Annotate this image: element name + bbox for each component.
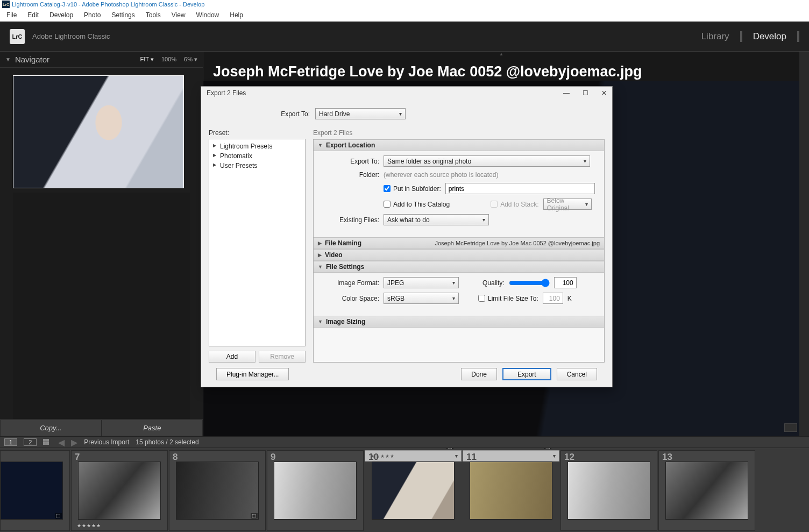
- menu-help[interactable]: Help: [225, 10, 247, 20]
- preset-list[interactable]: Lightroom Presets Photomatix User Preset…: [209, 139, 306, 346]
- chevron-down-icon: ▼: [318, 143, 323, 148]
- navigator-title: Navigator: [15, 55, 49, 64]
- limit-filesize-checkbox[interactable]: Limit File Size To:: [478, 295, 538, 302]
- chevron-right-icon: ▶: [318, 252, 322, 258]
- section-file-naming[interactable]: ▶File NamingJoseph McFetridge Love by Jo…: [314, 237, 604, 249]
- menu-file[interactable]: File: [2, 10, 21, 20]
- section-file-settings[interactable]: ▼File Settings: [314, 261, 604, 273]
- grid-view-icon[interactable]: [43, 439, 52, 445]
- module-develop[interactable]: Develop: [752, 29, 787, 44]
- export-to-label: Export To:: [279, 110, 310, 118]
- panel-expand-icon[interactable]: ▲: [491, 52, 512, 57]
- preset-remove-button: Remove: [259, 351, 306, 363]
- thumb-badge-icon: ⬚: [55, 513, 62, 519]
- minimize-icon[interactable]: —: [563, 89, 570, 97]
- window-title: Lightroom Catalog-3-v10 - Adobe Photosho…: [12, 1, 204, 8]
- quality-input[interactable]: [554, 277, 577, 288]
- menu-window[interactable]: Window: [192, 10, 224, 20]
- thumb-index: 13: [662, 452, 672, 463]
- format-label: Image Format:: [320, 279, 379, 287]
- preset-item[interactable]: User Presets: [210, 161, 304, 171]
- export-to-select[interactable]: Hard Drive: [315, 108, 406, 119]
- menu-edit[interactable]: Edit: [23, 10, 43, 20]
- export-dialog: Export 2 Files — ☐ ✕ Export To: Hard Dri…: [201, 86, 613, 387]
- right-label: Export 2 Files: [313, 129, 605, 137]
- thumbnail[interactable]: 7★★★★★: [71, 450, 168, 531]
- subfolder-checkbox[interactable]: Put in Subfolder:: [384, 185, 441, 193]
- filmstrip[interactable]: ⬚ 7★★★★★ 8⬚ 9 10★★★★★⬚ 11⬚ 12 13: [0, 448, 809, 532]
- export-button[interactable]: Export: [502, 368, 551, 380]
- section-export-location[interactable]: ▼Export Location: [314, 139, 604, 151]
- subfolder-input[interactable]: [445, 183, 595, 194]
- quality-slider[interactable]: [509, 279, 550, 287]
- app-icon: LrC: [2, 1, 10, 8]
- paste-button[interactable]: Paste: [102, 420, 203, 436]
- primary-display-button[interactable]: 1: [4, 438, 17, 446]
- existing-files-select[interactable]: Ask what to do: [384, 214, 489, 225]
- menu-photo[interactable]: Photo: [80, 10, 105, 20]
- maximize-icon[interactable]: ☐: [583, 89, 588, 97]
- nav-forward-icon[interactable]: ▶: [71, 437, 77, 448]
- colorspace-label: Color Space:: [320, 295, 379, 302]
- preset-item[interactable]: Photomatix: [210, 151, 304, 161]
- colorspace-select[interactable]: sRGB: [384, 293, 459, 304]
- thumbnail-image: [176, 462, 259, 520]
- thumbnail-selected[interactable]: 10★★★★★⬚: [365, 450, 462, 462]
- add-stack-checkbox: Add to Stack:: [491, 201, 538, 208]
- thumbnail[interactable]: 12: [560, 450, 657, 531]
- menu-tools[interactable]: Tools: [141, 10, 165, 20]
- section-image-sizing[interactable]: ▼Image Sizing: [314, 316, 604, 328]
- preset-item[interactable]: Lightroom Presets: [210, 141, 304, 151]
- thumbnail[interactable]: 8⬚: [169, 450, 266, 531]
- navigator-collapse-icon[interactable]: ▼: [5, 56, 11, 62]
- photo-count: 15 photos / 2 selected: [136, 438, 198, 446]
- preset-add-button[interactable]: Add: [209, 351, 256, 363]
- source-label[interactable]: Previous Import: [84, 438, 129, 446]
- thumbnail[interactable]: 13: [658, 450, 755, 531]
- navigator-preview[interactable]: [13, 75, 184, 188]
- loc-export-to-label: Export To:: [320, 158, 379, 165]
- chevron-right-icon: ▶: [318, 240, 322, 246]
- zoom-100[interactable]: 100%: [161, 56, 176, 63]
- rating-stars: ★★★★★: [77, 523, 101, 528]
- thumb-index: 11: [466, 452, 477, 463]
- done-button[interactable]: Done: [461, 368, 497, 380]
- zoom-6[interactable]: 6% ▾: [184, 56, 197, 63]
- sort-dropdown[interactable]: [784, 423, 797, 432]
- thumb-badge-icon: ⬚: [544, 448, 551, 449]
- thumb-index: 12: [564, 452, 574, 463]
- plugin-manager-button[interactable]: Plug-in Manager...: [216, 368, 289, 380]
- thumb-badge-icon: ⬚: [251, 513, 258, 519]
- menu-develop[interactable]: Develop: [45, 10, 77, 20]
- thumbnail[interactable]: 9: [267, 450, 364, 531]
- menu-settings[interactable]: Settings: [107, 10, 139, 20]
- chevron-down-icon: ▼: [318, 319, 323, 324]
- loc-export-to-select[interactable]: Same folder as original photo: [384, 155, 590, 167]
- thumbnail-image: [1, 462, 63, 520]
- section-video[interactable]: ▶Video: [314, 249, 604, 261]
- thumbnail-image: [665, 462, 748, 520]
- thumb-index: 9: [271, 452, 275, 463]
- module-separator: [740, 31, 742, 42]
- navigator-empty: [13, 193, 190, 419]
- right-panel-collapsed[interactable]: [799, 52, 809, 436]
- chevron-down-icon: ▼: [318, 264, 323, 269]
- rating-stars: ★★★★★: [371, 453, 395, 459]
- dialog-title: Export 2 Files: [207, 89, 246, 97]
- copy-button[interactable]: Copy...: [0, 420, 102, 436]
- add-catalog-checkbox[interactable]: Add to This Catalog: [384, 201, 450, 208]
- format-select[interactable]: JPEG: [384, 277, 459, 288]
- close-icon[interactable]: ✕: [601, 89, 607, 97]
- module-separator-end: [797, 31, 799, 42]
- limit-filesize-input[interactable]: [543, 293, 563, 304]
- secondary-display-button[interactable]: 2: [24, 438, 37, 446]
- thumbnail[interactable]: ⬚: [0, 450, 70, 531]
- zoom-fit[interactable]: FIT ▾: [140, 56, 154, 63]
- menu-view[interactable]: View: [167, 10, 190, 20]
- brand-name: Adobe Lightroom Classic: [32, 32, 110, 40]
- nav-back-icon[interactable]: ◀: [58, 437, 65, 448]
- module-library[interactable]: Library: [700, 29, 730, 44]
- cancel-button[interactable]: Cancel: [557, 368, 597, 380]
- thumbnail-selected[interactable]: 11⬚: [463, 450, 559, 462]
- preset-label: Preset:: [209, 129, 306, 137]
